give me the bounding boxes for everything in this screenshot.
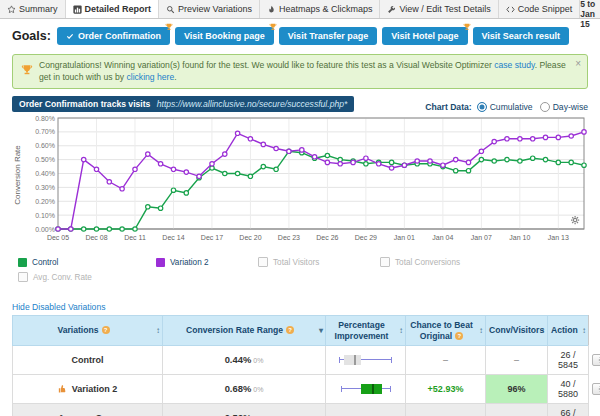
goal-button-order-confirmation[interactable]: Order Confirmation [57, 27, 170, 45]
svg-text:Jan 01: Jan 01 [394, 234, 415, 241]
legend-label: Control [32, 258, 58, 267]
legend-item-variation-2[interactable]: Variation 2 [156, 257, 258, 267]
goal-button-visit-transfer-page[interactable]: Visit Transfer page [279, 27, 377, 45]
tab-label: Heatmaps & Clickmaps [279, 4, 373, 14]
svg-text:0.70%: 0.70% [35, 129, 55, 136]
conv-visitors: 66 / 11725 [548, 403, 589, 416]
help-icon[interactable]: ? [455, 332, 463, 340]
action-button[interactable]: ▾ [592, 354, 600, 366]
conversion-rate-range: – [326, 403, 406, 416]
legend-swatch [156, 258, 165, 267]
percentage-improvement: +52.93% [406, 374, 486, 403]
help-icon[interactable]: ? [286, 326, 294, 334]
radio-label: Cumulative [490, 102, 533, 112]
help-icon[interactable]: ? [102, 326, 110, 334]
column-label: Chance to Beat Original [410, 320, 473, 340]
column-header-conv-visitors[interactable]: Conv/Visitors↕ [486, 316, 548, 346]
case-study-link[interactable]: case study [494, 60, 534, 70]
svg-text:0.10%: 0.10% [35, 212, 55, 219]
tab-preview-variations[interactable]: Preview Variations [159, 0, 260, 18]
sort-icon[interactable]: ↕ [479, 326, 483, 336]
legend-item-control[interactable]: Control [18, 257, 156, 267]
sort-icon[interactable]: ↕ [582, 326, 586, 336]
bar-chart-icon [73, 5, 82, 14]
radio-day-wise[interactable]: Day-wise [540, 102, 588, 112]
code-icon [506, 5, 515, 14]
column-label: Conversion Rate Range [186, 325, 283, 335]
series-line-variation-2 [58, 132, 584, 229]
checkbox-icon [380, 257, 390, 267]
goal-button-label: Visit Booking page [184, 31, 265, 41]
action-button[interactable]: ▾ [592, 383, 600, 395]
variation-name: Variation 2 [16, 384, 159, 394]
svg-text:Jan 04: Jan 04 [432, 234, 453, 241]
sort-icon[interactable]: ↕ [156, 326, 160, 336]
sort-icon[interactable]: ↕ [541, 326, 545, 336]
column-header-chance-to-beat-original[interactable]: Chance to Beat Original?↕ [406, 316, 486, 346]
date-range-picker[interactable]: Dec 5 to Jan 15 [580, 0, 600, 29]
variation-name: Control [16, 355, 159, 365]
range-boxplot [337, 355, 394, 365]
radio-label: Day-wise [553, 102, 588, 112]
conversion-rate: 0.56%0% [163, 403, 326, 416]
legend-item-total-visitors[interactable]: Total Visitors [258, 257, 380, 267]
svg-text:0.20%: 0.20% [35, 198, 55, 205]
column-header-variations[interactable]: Variations?↕ [13, 316, 163, 346]
goal-button-label: Visit Transfer page [288, 31, 368, 41]
sort-icon[interactable]: ↕ [399, 326, 403, 336]
chevron-down-icon[interactable]: ▾ [319, 326, 323, 336]
legend-item-avg-conv-rate[interactable]: Avg. Conv. Rate [18, 272, 156, 282]
radio-cumulative[interactable]: Cumulative [477, 102, 533, 112]
legend-label: Variation 2 [170, 258, 209, 267]
flame-icon [267, 5, 276, 14]
tab-detailed-report[interactable]: Detailed Report [66, 0, 160, 18]
hide-disabled-variations-link[interactable]: Hide Disabled Variations [12, 302, 105, 312]
magnifier-icon [166, 5, 175, 14]
legend-label: Total Conversions [395, 258, 460, 267]
radio-icon [540, 102, 550, 112]
chance-to-beat: 96% [486, 374, 548, 403]
conversion-rate-chart: Conversion Rate0.00%0.10%0.20%0.30%0.40%… [12, 115, 588, 250]
legend-item-total-conversions[interactable]: Total Conversions [380, 257, 582, 267]
chart-data-label: Chart Data: [425, 102, 471, 112]
svg-text:Dec 17: Dec 17 [201, 234, 223, 241]
clicking-here-link[interactable]: clicking here [126, 72, 174, 82]
goal-button-visit-hotel-page[interactable]: Visit Hotel page [382, 27, 467, 45]
table-row-control: Control0.44%0%––26 / 5845▾ [13, 345, 589, 374]
svg-text:Dec 20: Dec 20 [239, 234, 261, 241]
goal-buttons: Order ConfirmationVisit Booking pageVisi… [57, 27, 569, 45]
tab-heatmaps-clickmaps[interactable]: Heatmaps & Clickmaps [260, 0, 381, 18]
goal-button-visit-search-result[interactable]: Visit Search result [473, 27, 569, 45]
column-header-percentage-improvement[interactable]: Percentage Improvement↕ [326, 316, 406, 346]
conversion-rate: 0.44%0% [163, 345, 326, 374]
svg-text:0.40%: 0.40% [35, 170, 55, 177]
legend-label: Total Visitors [273, 258, 319, 267]
percentage-improvement: – [406, 403, 486, 416]
radio-icon [477, 102, 487, 112]
svg-text:Jan 10: Jan 10 [509, 234, 530, 241]
svg-text:Jan 13: Jan 13 [548, 234, 569, 241]
goal-url-link[interactable]: https://www.allinclusive.no/secure/succe… [157, 99, 348, 109]
topbar-actions: Dec 5 to Jan 15 [580, 0, 600, 18]
alert-text-pre: Congratulations! Winning variation(s) fo… [39, 60, 494, 70]
column-header-conversion-rate-range[interactable]: Conversion Rate Range?▾ [163, 316, 326, 346]
chart-settings-icon[interactable] [571, 216, 579, 224]
tab-code-snippet[interactable]: Code Snippet [499, 0, 581, 18]
goal-button-label: Visit Search result [482, 31, 560, 41]
tab-summary[interactable]: Summary [0, 0, 66, 18]
percentage-improvement: – [406, 345, 486, 374]
tab-view-edit-test-details[interactable]: View / Edit Test Details [380, 0, 498, 18]
svg-text:Dec 29: Dec 29 [355, 234, 377, 241]
goal-button-visit-booking-page[interactable]: Visit Booking page [175, 27, 274, 45]
column-label: Variations [57, 325, 98, 335]
column-header-action[interactable]: Action↕ [548, 316, 589, 346]
goals-bar: Goals: Order ConfirmationVisit Booking p… [0, 19, 600, 47]
svg-text:0.80%: 0.80% [35, 115, 55, 122]
variations-table: Variations?↕Conversion Rate Range?▾Perce… [12, 315, 589, 416]
tab-label: Summary [19, 4, 58, 14]
winner-badge-icon [269, 23, 277, 33]
close-icon[interactable]: × [575, 57, 581, 71]
series-line-control [58, 151, 584, 229]
svg-text:0.00%: 0.00% [35, 226, 55, 233]
variation-name-label: Control [72, 355, 104, 365]
